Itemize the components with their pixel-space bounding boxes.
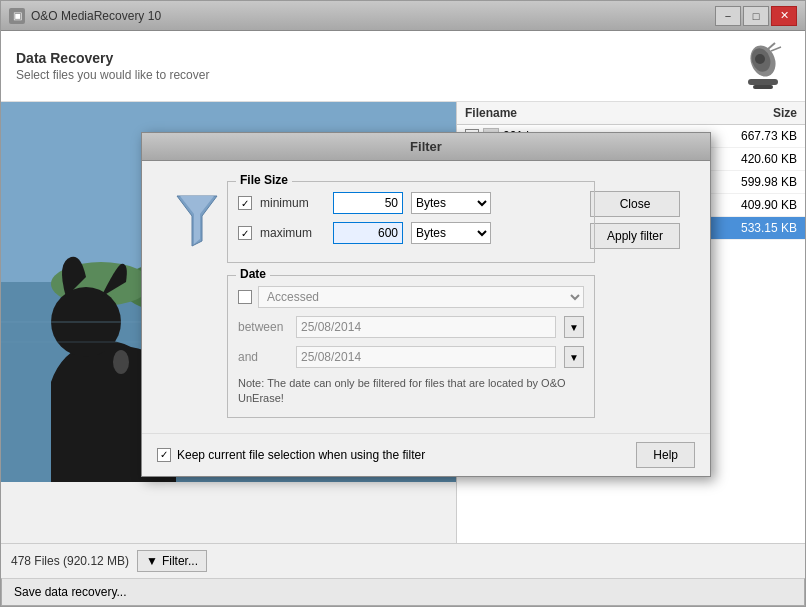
file-size: 409.90 KB [717,198,797,212]
between-label: between [238,320,288,334]
between-row: between ▼ [238,316,584,338]
maximize-button[interactable]: □ [743,6,769,26]
main-window: ▣ O&O MediaRecovery 10 − □ ✕ Data Recove… [0,0,806,607]
minimum-unit-select[interactable]: Bytes KB MB GB [411,192,491,214]
keep-selection-label: Keep current file selection when using t… [177,448,425,462]
filter-button-label: Filter... [162,554,198,568]
minimum-row: ✓ minimum Bytes KB MB GB [238,192,584,214]
accessed-checkbox[interactable] [238,290,252,304]
file-size-section: File Size ✓ minimum Bytes KB MB [227,181,595,263]
status-text: 478 Files (920.12 MB) [11,554,129,568]
date1-picker-button[interactable]: ▼ [564,316,584,338]
window-title: O&O MediaRecovery 10 [31,9,161,23]
file-size: 667.73 KB [717,129,797,143]
accessed-row: Accessed [238,286,584,308]
header: Data Recovery Select files you would lik… [1,31,805,102]
close-dialog-button[interactable]: Close [590,191,680,217]
main-content: Filename Size ✓ 001.jpg 667.73 KB ✓ 002.… [1,102,805,543]
maximum-checkbox[interactable]: ✓ [238,226,252,240]
page-subtitle: Select files you would like to recover [16,68,209,82]
and-label: and [238,350,288,364]
titlebar-left: ▣ O&O MediaRecovery 10 [9,8,161,24]
maximum-label: maximum [260,226,325,240]
bottom-bar: 478 Files (920.12 MB) ▼ Filter... [1,543,805,578]
dialog-footer: ✓ Keep current file selection when using… [142,433,710,476]
maximum-input[interactable] [333,222,403,244]
date-legend: Date [236,267,270,281]
date-note: Note: The date can only be filtered for … [238,376,584,407]
and-row: and ▼ [238,346,584,368]
save-recovery-button[interactable]: Save data recovery... [1,578,805,606]
dialog-inner: Close Apply filter File Size ✓ minimum [157,176,695,418]
maximum-row: ✓ maximum Bytes KB MB GB [238,222,584,244]
filter-arrow-icon: ▼ [146,554,158,568]
col-size: Size [717,106,797,120]
file-list-header: Filename Size [457,102,805,125]
minimum-checkbox[interactable]: ✓ [238,196,252,210]
apply-filter-button[interactable]: Apply filter [590,223,680,249]
date2-input[interactable] [296,346,556,368]
file-size-legend: File Size [236,173,292,187]
svg-rect-4 [753,85,773,89]
svg-point-13 [113,350,129,374]
titlebar: ▣ O&O MediaRecovery 10 − □ ✕ [1,1,805,31]
svg-line-6 [771,47,781,51]
maximum-unit-select[interactable]: Bytes KB MB GB [411,222,491,244]
page-title: Data Recovery [16,50,209,66]
file-size: 599.98 KB [717,175,797,189]
svg-line-5 [768,43,775,49]
accessed-dropdown[interactable]: Accessed [258,286,584,308]
filter-dialog: Filter Close Apply filter [141,132,711,477]
dialog-body: Close Apply filter File Size ✓ minimum [142,161,710,433]
dialog-title: Filter [142,133,710,161]
filter-button[interactable]: ▼ Filter... [137,550,207,572]
filter-icon [172,191,222,251]
close-button[interactable]: ✕ [771,6,797,26]
keep-selection-row: ✓ Keep current file selection when using… [157,448,628,462]
dialog-action-buttons: Close Apply filter [590,191,680,249]
logo-svg [733,41,788,91]
help-button[interactable]: Help [636,442,695,468]
file-size: 533.15 KB [717,221,797,235]
app-icon: ▣ [9,8,25,24]
minimum-label: minimum [260,196,325,210]
window-controls: − □ ✕ [715,6,797,26]
minimum-input[interactable] [333,192,403,214]
keep-selection-checkbox[interactable]: ✓ [157,448,171,462]
logo [730,41,790,91]
svg-point-2 [755,54,765,64]
date-section: Date Accessed between [227,275,595,418]
filter-funnel-icon [172,191,222,251]
date1-input[interactable] [296,316,556,338]
svg-rect-3 [748,79,778,85]
col-filename: Filename [465,106,717,120]
file-size: 420.60 KB [717,152,797,166]
header-info: Data Recovery Select files you would lik… [16,50,209,82]
date2-picker-button[interactable]: ▼ [564,346,584,368]
minimize-button[interactable]: − [715,6,741,26]
bottom-section: 478 Files (920.12 MB) ▼ Filter... Save d… [1,543,805,606]
